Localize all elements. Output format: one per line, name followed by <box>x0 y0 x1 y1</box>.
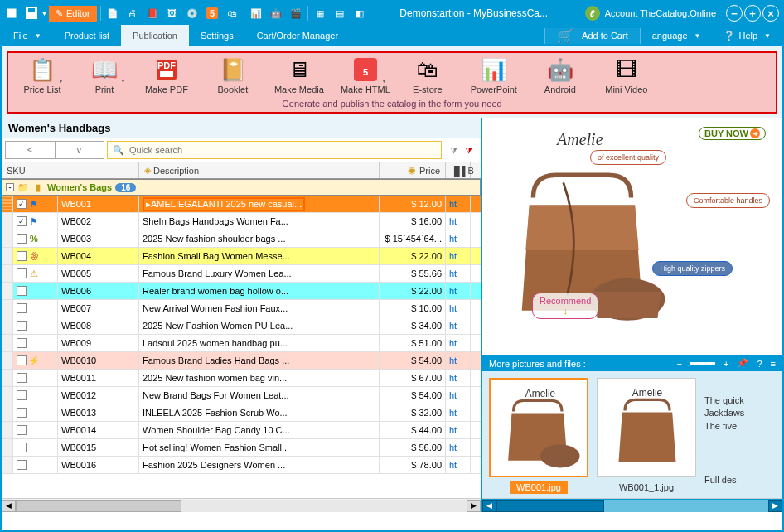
close-button[interactable]: × <box>762 5 779 22</box>
table-row[interactable]: ✓⚑WB001▸AMELIEGALANTI 2025 new casual...… <box>2 196 481 213</box>
media-icon[interactable]: 💿 <box>182 3 202 23</box>
menu-icon[interactable]: ≡ <box>771 359 776 369</box>
row-handle[interactable] <box>2 230 13 247</box>
row-handle[interactable] <box>2 404 13 421</box>
menu-file[interactable]: File▼ <box>2 25 53 46</box>
menu-settings[interactable]: Settings <box>189 25 245 46</box>
row-checkbox[interactable]: ✓ <box>17 216 27 226</box>
thumbnail-1[interactable]: Amelie WB001.jpg <box>489 378 588 505</box>
row-handle[interactable] <box>2 317 13 334</box>
row-handle[interactable] <box>2 213 13 230</box>
row-handle[interactable] <box>2 248 13 264</box>
ribbon-android[interactable]: 🤖Android <box>535 56 586 94</box>
table-row[interactable]: ⚡WB0010Famous Brand Ladies Hand Bags ...… <box>2 352 481 370</box>
row-handle[interactable] <box>2 352 13 369</box>
table-row[interactable]: WB0013INLEELA 2025 Fashion Scrub Wo...$ … <box>2 404 481 422</box>
search-input[interactable] <box>129 145 436 155</box>
row-checkbox[interactable] <box>17 268 27 278</box>
col-sku[interactable]: SKU <box>2 162 139 178</box>
row-handle[interactable] <box>2 387 13 404</box>
buy-now-button[interactable]: BUY NOW➜ <box>699 127 766 140</box>
minimize-button[interactable]: − <box>726 5 743 22</box>
table-row[interactable]: WB0015Hot selling! Women Fashion Small..… <box>2 439 481 457</box>
row-checkbox[interactable] <box>17 460 27 470</box>
row-checkbox[interactable] <box>17 373 27 383</box>
menu-product-list[interactable]: Product list <box>53 25 121 46</box>
table-row[interactable]: WB006Realer brand women bag hollow o...$… <box>2 283 481 300</box>
tool2-icon[interactable]: ▤ <box>330 3 350 23</box>
scroll-right-button[interactable]: ▶ <box>467 500 481 512</box>
save-button[interactable] <box>22 3 41 23</box>
ribbon-make-media[interactable]: 🖥Make Media <box>273 56 325 94</box>
thumbs-hscrollbar[interactable]: ◀ ▶ <box>482 498 782 512</box>
table-row[interactable]: ⚠WB005Famous Brand Luxury Women Lea...$ … <box>2 265 481 283</box>
filter-funnel-icon[interactable]: ⧩ <box>448 144 459 156</box>
row-checkbox[interactable] <box>17 425 27 435</box>
col-price[interactable]: ◉Price <box>380 162 446 178</box>
row-checkbox[interactable] <box>17 443 27 452</box>
row-handle[interactable] <box>2 196 13 212</box>
image-icon[interactable]: 🖼 <box>162 3 182 23</box>
row-handle[interactable] <box>2 439 13 456</box>
row-checkbox[interactable] <box>17 251 27 261</box>
zoom-out-icon[interactable]: − <box>677 359 682 369</box>
row-checkbox[interactable]: ✓ <box>17 199 27 209</box>
row-handle[interactable] <box>2 335 13 351</box>
table-row[interactable]: ✓⚑WB002SheIn Bags Handbags Women Fa...$ … <box>2 213 481 230</box>
table-row[interactable]: WB0014Women Shoulder Bag Candy 10 C...$ … <box>2 422 481 439</box>
table-row[interactable]: 🏵WB004Fashion Small Bag Women Messe...$ … <box>2 248 481 265</box>
nav-next-button[interactable]: ∨ <box>56 142 104 158</box>
ribbon-e-store[interactable]: 🛍E-store <box>402 56 453 94</box>
menu-cart-manager[interactable]: Cart/Order Manager <box>245 25 350 46</box>
add-picture-icon[interactable]: + <box>724 359 728 369</box>
thumbs-scroll-right[interactable]: ▶ <box>768 500 782 512</box>
tool3-icon[interactable]: ◧ <box>350 3 370 23</box>
row-checkbox[interactable] <box>17 234 27 244</box>
row-handle[interactable] <box>2 300 13 317</box>
thumbnail-2[interactable]: Amelie WB001_1.jpg <box>597 378 696 505</box>
editor-mode-badge[interactable]: ✎ Editor <box>49 6 97 22</box>
table-row[interactable]: WB0082025 New Fashion Women PU Lea...$ 3… <box>2 317 481 335</box>
grid-hscrollbar[interactable]: ◀ ▶ <box>2 498 481 512</box>
nav-prev-button[interactable]: < <box>6 142 56 158</box>
menu-language[interactable]: anguage▼ <box>641 25 713 46</box>
pin-icon[interactable]: 📌 <box>737 358 748 369</box>
maximize-button[interactable]: + <box>744 5 761 22</box>
ppt-icon[interactable]: 📊 <box>246 3 266 23</box>
pdf-icon[interactable]: 📕 <box>143 3 162 23</box>
quick-search-box[interactable]: 🔍 <box>107 141 442 159</box>
html-icon[interactable]: 5 <box>202 3 222 23</box>
help-icon[interactable]: ? <box>757 359 762 369</box>
print-icon[interactable]: 🖨 <box>123 3 143 23</box>
row-checkbox[interactable] <box>17 321 27 331</box>
scroll-left-button[interactable]: ◀ <box>2 500 16 512</box>
ribbon-mini-video[interactable]: 🎞Mini Video <box>601 56 652 94</box>
tool1-icon[interactable]: ▦ <box>310 3 330 23</box>
group-row[interactable]: - 📁 ▮ Women's Bags 16 <box>2 179 481 196</box>
menu-publication[interactable]: Publication <box>121 25 189 46</box>
row-handle[interactable] <box>2 283 13 299</box>
col-barcode[interactable]: ▐▌▌B <box>446 162 471 178</box>
new-icon[interactable]: 📄 <box>103 3 123 23</box>
ribbon-powerpoint[interactable]: 📊PowerPoint <box>468 56 520 94</box>
ribbon-dropdown[interactable]: ▼ <box>120 68 126 84</box>
table-row[interactable]: WB00112025 New fashion women bag vin...$… <box>2 370 481 387</box>
row-checkbox[interactable] <box>17 286 27 296</box>
table-row[interactable]: %WB0032025 New fashion shoulder bags ...… <box>2 230 481 248</box>
ribbon-booklet[interactable]: 📔Booklet <box>207 56 259 94</box>
table-row[interactable]: WB007New Arrival Women Fashion Faux...$ … <box>2 300 481 317</box>
ribbon-make-pdf[interactable]: PDFMake PDF <box>141 56 192 94</box>
row-checkbox[interactable] <box>17 408 27 418</box>
table-row[interactable]: WB0016Fashion 2025 Designers Women ...$ … <box>2 457 481 474</box>
row-handle[interactable] <box>2 265 13 282</box>
app-menu-button[interactable] <box>2 3 22 23</box>
table-row[interactable]: WB0012New Brand Bags For Women Leat...$ … <box>2 387 481 404</box>
table-row[interactable]: WB009Ladsoul 2025 women handbag pu...$ 5… <box>2 335 481 352</box>
col-description[interactable]: ◈Description <box>139 162 380 178</box>
scroll-thumb[interactable] <box>16 500 181 512</box>
row-checkbox[interactable] <box>17 355 27 365</box>
row-handle[interactable] <box>2 422 13 438</box>
thumbs-scroll-left[interactable]: ◀ <box>482 500 496 512</box>
row-checkbox[interactable] <box>17 390 27 400</box>
video-icon[interactable]: 🎬 <box>286 3 306 23</box>
